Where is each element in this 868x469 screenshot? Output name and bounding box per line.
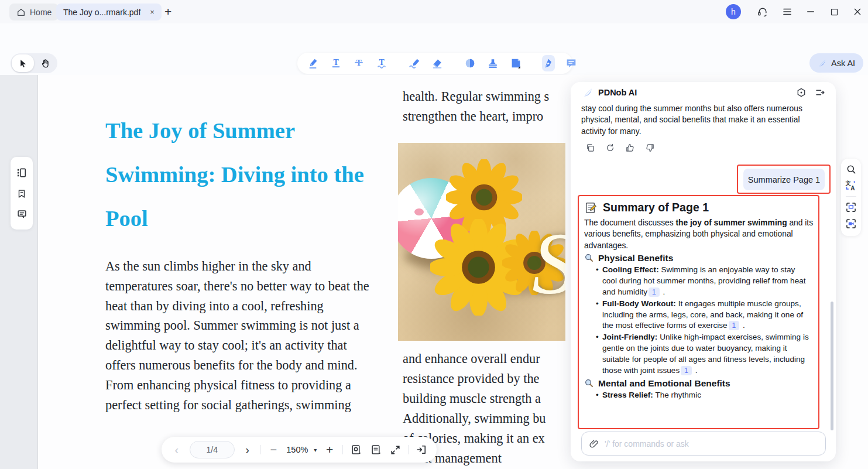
section-title: Mental and Emotional Benefits xyxy=(598,378,730,389)
pdnob-ai-logo-icon xyxy=(583,87,593,98)
divider xyxy=(408,445,409,454)
tool-row: T T T xyxy=(0,53,868,75)
eraser-icon[interactable] xyxy=(431,56,444,70)
svg-text:T: T xyxy=(333,58,338,67)
prev-page-button[interactable]: ‹ xyxy=(170,443,184,457)
panel-scrollbar[interactable] xyxy=(831,302,833,430)
summary-bullet: Cooling Effect: Swimming is an enjoyable… xyxy=(596,265,810,298)
toggle-panel-icon[interactable] xyxy=(414,443,428,457)
hand-pan-tool[interactable] xyxy=(34,54,56,72)
bookmark-icon[interactable] xyxy=(16,189,27,199)
section-title: Physical Benefits xyxy=(598,253,673,263)
ask-ai-button[interactable]: Ask AI xyxy=(809,53,863,73)
summary-bullet: Stress Relief: The rhythmic xyxy=(596,390,810,401)
photo-watermark-script: S xyxy=(532,213,565,314)
highlighter-icon[interactable] xyxy=(307,56,320,70)
home-tab[interactable]: Home xyxy=(9,4,59,20)
next-page-button[interactable]: › xyxy=(241,443,255,457)
app-menu-icon[interactable] xyxy=(781,5,794,18)
pdf-column2-line: strengthen the heart, impro xyxy=(403,107,543,126)
pencil-icon[interactable] xyxy=(408,56,421,70)
cursor-select-tool[interactable] xyxy=(12,54,34,72)
zoom-out-button[interactable]: − xyxy=(267,443,281,457)
page-indicator-input[interactable]: 1/4 xyxy=(190,441,235,458)
ai-spark-icon xyxy=(818,59,827,68)
zoom-in-button[interactable]: + xyxy=(323,443,337,457)
summarize-page-button[interactable]: Summarize Page 1 xyxy=(743,169,825,190)
minimize-button[interactable] xyxy=(804,5,817,18)
ai-panel-title: PDNob AI xyxy=(598,88,637,97)
summary-bullet: Joint-Friendly: Unlike high-impact exerc… xyxy=(596,332,810,376)
home-icon xyxy=(16,8,26,17)
home-tab-label: Home xyxy=(30,8,52,17)
divider xyxy=(260,445,261,454)
close-tab-icon[interactable]: × xyxy=(150,8,155,16)
screenshot-icon[interactable] xyxy=(845,201,857,213)
summary-heading: Summary of Page 1 xyxy=(603,201,709,214)
search-icon[interactable] xyxy=(846,164,857,175)
screen-record-icon[interactable] xyxy=(845,218,857,230)
summary-intro: The document discusses the joy of summer… xyxy=(584,217,815,251)
sticky-note-icon[interactable] xyxy=(509,56,522,70)
ai-assistant-panel: PDNob AI stay cool during the summer mon… xyxy=(571,82,836,461)
document-layout-icon[interactable] xyxy=(369,443,383,457)
support-headset-icon[interactable] xyxy=(756,5,769,18)
copy-icon[interactable] xyxy=(585,143,595,153)
summary-bullet-list: Stress Relief: The rhythmic xyxy=(596,390,810,401)
strikethrough-icon[interactable]: T xyxy=(352,56,365,70)
magnifier-icon xyxy=(584,253,594,263)
zoom-dropdown-caret[interactable]: ▾ xyxy=(314,447,317,453)
magnifier-icon xyxy=(584,378,594,388)
svg-text:A: A xyxy=(850,185,855,191)
thumbnails-icon[interactable] xyxy=(16,167,28,179)
right-sidebar: 文A xyxy=(841,159,861,236)
summary-intro-prefix: The document discusses xyxy=(584,218,675,227)
signature-pen-icon[interactable] xyxy=(542,55,555,71)
annotation-toolbar: T T T xyxy=(297,53,572,74)
pdf-column2-line: health. Regular swimming s xyxy=(403,87,549,107)
menubar: File ▾ Home Comment Edit Convert Page Pr… xyxy=(0,23,868,53)
zoom-level-value[interactable]: 150% xyxy=(286,445,308,454)
summary-intro-bold: the joy of summer swimming xyxy=(675,218,787,227)
page-view-mode-icon[interactable] xyxy=(349,443,363,457)
pdf-column2-line: Additionally, swimming bu xyxy=(403,409,545,429)
attachment-paperclip-icon[interactable] xyxy=(589,439,599,449)
thumbs-up-icon[interactable] xyxy=(625,143,635,153)
summary-bullet: Full-Body Workout: It engages multiple m… xyxy=(596,299,810,332)
collapse-panel-icon[interactable] xyxy=(815,87,825,98)
svg-text:T: T xyxy=(379,58,384,67)
document-tab[interactable]: The Joy o...rmark.pdf × xyxy=(56,4,162,20)
close-button[interactable] xyxy=(851,5,864,18)
stamp-icon[interactable] xyxy=(486,56,499,70)
ai-settings-icon[interactable] xyxy=(796,87,807,98)
comment-bubble-icon[interactable] xyxy=(565,56,578,70)
document-canvas: The Joy of Summer Swimming: Diving into … xyxy=(0,75,868,469)
underline-icon[interactable]: T xyxy=(330,56,342,70)
divider xyxy=(846,196,856,197)
new-tab-button[interactable]: + xyxy=(164,5,171,19)
red-annotation-box-summary: Summary of Page 1 The document discusses… xyxy=(578,195,819,429)
titlebar: Home The Joy o...rmark.pdf × + h xyxy=(0,0,868,23)
maximize-button[interactable] xyxy=(828,5,840,18)
squiggly-underline-icon[interactable]: T xyxy=(375,56,388,70)
pdf-document-title: The Joy of Summer Swimming: Diving into … xyxy=(105,109,389,241)
citation-chip[interactable]: 1 xyxy=(649,287,660,297)
avatar[interactable]: h xyxy=(726,4,741,19)
pdf-column2-line: building muscle strength a xyxy=(403,389,541,409)
shape-icon[interactable] xyxy=(464,56,476,70)
ai-command-input[interactable] xyxy=(605,439,818,449)
pdf-column2-line: resistance provided by the xyxy=(403,369,539,389)
regenerate-icon[interactable] xyxy=(605,143,615,153)
pdf-paragraph-column1: As the sun climbs higher in the sky and … xyxy=(105,256,373,415)
select-tool-group xyxy=(11,53,57,73)
citation-chip[interactable]: 1 xyxy=(729,321,740,330)
ask-ai-label: Ask AI xyxy=(831,59,855,68)
translate-icon[interactable]: 文A xyxy=(845,180,857,191)
comments-icon[interactable] xyxy=(16,208,28,220)
fullscreen-icon[interactable] xyxy=(389,443,403,457)
thumbs-down-icon[interactable] xyxy=(645,143,655,153)
ai-input-box[interactable] xyxy=(581,432,826,456)
pdf-column2-line: and enhance overall endur xyxy=(403,349,540,369)
citation-chip[interactable]: 1 xyxy=(681,366,692,375)
beach-photo: S xyxy=(398,143,565,341)
